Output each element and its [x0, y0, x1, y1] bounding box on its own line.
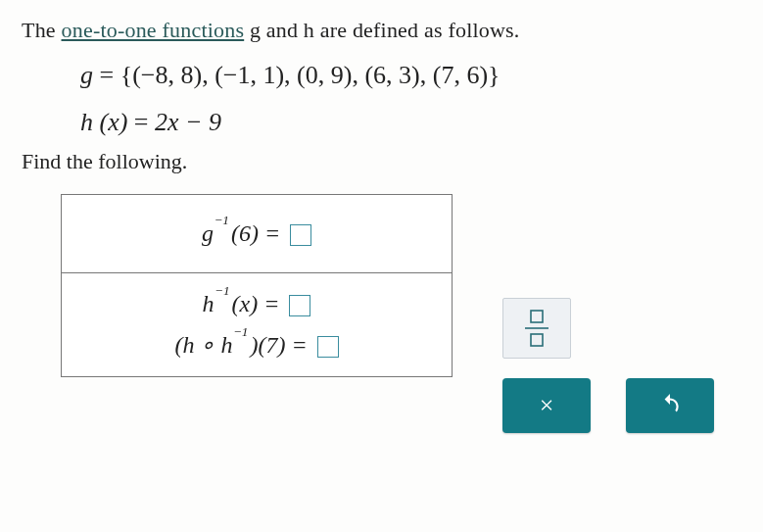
h-lhs: h (x): [80, 108, 127, 136]
definition-h: h (x) = 2x − 9: [80, 108, 741, 137]
g-lhs: g: [80, 61, 93, 89]
h-rhs: 2x − 9: [155, 108, 221, 136]
equation-composition: (h ∘ h−1 )(7) =: [73, 331, 440, 359]
reset-icon: [657, 393, 683, 418]
find-instruction: Find the following.: [22, 149, 741, 174]
answer-input-g[interactable]: [290, 224, 311, 246]
answer-input-h[interactable]: [289, 295, 310, 316]
fraction-icon: [523, 309, 550, 348]
svg-rect-0: [531, 311, 543, 322]
problem-statement: The one-to-one functions g and h are def…: [22, 18, 741, 43]
one-to-one-link[interactable]: one-to-one functions: [62, 18, 245, 42]
answer-input-comp[interactable]: [317, 336, 339, 358]
g-rhs: {(−8, 8), (−1, 1), (0, 9), (6, 3), (7, 6…: [120, 61, 501, 89]
answer-table: g−1 (6) = h−1 (x) = (h ∘ h−1 )(7) =: [61, 194, 453, 377]
equation-g-inverse: g−1 (6) =: [62, 195, 453, 273]
table-row: g−1 (6) =: [62, 195, 453, 273]
control-panel: ×: [502, 298, 728, 433]
close-icon: ×: [540, 391, 554, 420]
table-row: h−1 (x) = (h ∘ h−1 )(7) =: [62, 273, 453, 377]
svg-rect-2: [531, 334, 543, 346]
fraction-button[interactable]: [502, 298, 571, 359]
equation-h-inverse: h−1 (x) =: [73, 291, 440, 317]
prompt-prefix: The: [22, 18, 62, 42]
prompt-suffix: g and h are defined as follows.: [244, 18, 519, 42]
cancel-button[interactable]: ×: [502, 378, 591, 433]
definition-g: g = {(−8, 8), (−1, 1), (0, 9), (6, 3), (…: [80, 61, 741, 90]
reset-button[interactable]: [626, 378, 714, 433]
